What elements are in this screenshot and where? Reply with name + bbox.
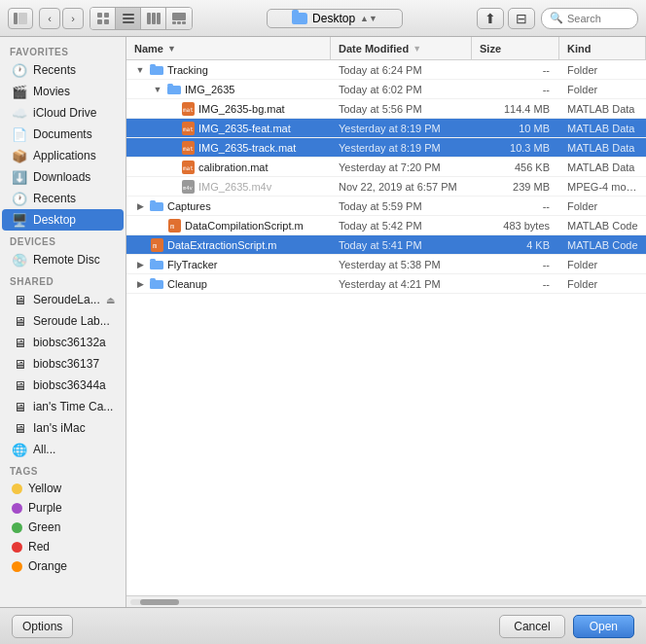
table-row[interactable]: ▶matIMG_2635-track.matYesterday at 8:19 … [126, 138, 646, 158]
all-icon: 🌐 [12, 442, 27, 457]
table-row[interactable]: ▶matIMG_2635-bg.matToday at 5:56 PM114.4… [126, 99, 646, 119]
date-column-header[interactable]: Date Modified ▼ [331, 37, 472, 59]
svg-rect-11 [157, 13, 161, 24]
disclosure-triangle-icon[interactable]: ▼ [134, 64, 146, 76]
sidebar-item-orange[interactable]: Orange [2, 556, 124, 576]
horizontal-scrollbar[interactable] [126, 595, 646, 607]
sidebar-item-biobsc36132a[interactable]: 🖥 biobsc36132a [2, 332, 124, 353]
gallery-view-button[interactable] [166, 8, 192, 29]
back-button[interactable]: ‹ [39, 8, 60, 29]
disclosure-triangle-icon[interactable]: ▼ [152, 84, 163, 95]
disclosure-triangle-icon[interactable]: ▶ [134, 259, 146, 270]
file-name-label: calibration.mat [198, 161, 269, 173]
file-kind-cell: MATLAB Data [559, 103, 646, 115]
orange-tag-dot [12, 561, 22, 572]
file-size-cell: -- [472, 84, 559, 95]
file-kind-cell: Folder [559, 64, 646, 76]
file-name-cell: ▶mDataExtractionScript.m [126, 238, 331, 252]
table-row[interactable]: ▶m4vIMG_2635.m4vNov 22, 2019 at 6:57 PM2… [126, 177, 646, 197]
sidebar-item-all[interactable]: 🌐 All... [2, 439, 124, 460]
sidebar-item-icloud[interactable]: ☁️ iCloud Drive [2, 102, 124, 124]
file-date-cell: Today at 5:56 PM [331, 103, 472, 115]
column-view-button[interactable] [141, 8, 166, 29]
sidebar-toggle-button[interactable] [8, 8, 33, 29]
sidebar-item-green[interactable]: Green [2, 518, 124, 537]
file-date-cell: Today at 5:41 PM [331, 239, 472, 251]
sidebar-item-label: Green [28, 520, 60, 534]
svg-rect-13 [172, 21, 176, 24]
search-input[interactable] [567, 13, 635, 24]
sidebar-item-downloads[interactable]: ⬇️ Downloads [2, 166, 124, 188]
sidebar-item-ians-imac[interactable]: 🖥 Ian's iMac [2, 417, 124, 439]
file-name-cell: ▶mDataCompilationScript.m [126, 219, 331, 233]
sidebar-item-desktop[interactable]: 🖥️ Desktop [2, 209, 124, 231]
list-view-button[interactable] [116, 8, 141, 29]
sidebar-item-ians-time[interactable]: 🖥 ian's Time Ca... [2, 396, 124, 417]
file-date-cell: Yesterday at 7:20 PM [331, 161, 472, 173]
devices-section-label: Devices [0, 231, 126, 249]
file-type-icon: mat [181, 141, 195, 155]
sidebar-item-remote-disc[interactable]: 💿 Remote Disc [2, 249, 124, 270]
svg-rect-38 [150, 280, 163, 289]
file-date-cell: Today at 6:24 PM [331, 64, 472, 76]
table-row[interactable]: ▶matcalibration.matYesterday at 7:20 PM4… [126, 158, 646, 177]
file-size-cell: -- [472, 278, 559, 290]
toolbar: ‹ › [0, 0, 646, 37]
table-row[interactable]: ▶CapturesToday at 5:59 PM--Folder [126, 197, 646, 216]
sidebar-item-recents[interactable]: 🕐 Recents [2, 59, 124, 81]
sidebar-item-biobsc36137[interactable]: 🖥 biobsc36137 [2, 353, 124, 375]
table-row[interactable]: ▼IMG_2635Today at 6:02 PM--Folder [126, 80, 646, 99]
table-row[interactable]: ▶mDataCompilationScript.mToday at 5:42 P… [126, 216, 646, 235]
cancel-button[interactable]: Cancel [499, 615, 564, 638]
sidebar-item-label: SeroudeLa... [33, 293, 100, 306]
open-button[interactable]: Open [573, 615, 634, 638]
svg-rect-17 [150, 64, 156, 67]
sidebar-item-seroude-la[interactable]: 🖥 SeroudeLa... ⏏ [2, 289, 124, 310]
sidebar-item-label: Desktop [33, 213, 76, 227]
file-kind-cell: MATLAB Data [559, 161, 646, 173]
search-box[interactable]: 🔍 [541, 8, 638, 29]
icon-view-button[interactable] [90, 8, 116, 29]
file-type-icon [150, 277, 163, 291]
sidebar-item-red[interactable]: Red [2, 537, 124, 556]
sidebar-item-applications[interactable]: 📦 Applications [2, 145, 124, 166]
sidebar-item-yellow[interactable]: Yellow [2, 479, 124, 498]
name-column-header[interactable]: Name ▼ [126, 37, 331, 59]
sidebar-item-biobsc36344a[interactable]: 🖥 biobsc36344a [2, 375, 124, 396]
table-row[interactable]: ▶mDataExtractionScript.mToday at 5:41 PM… [126, 235, 646, 255]
edit-button[interactable]: ⊟ [508, 8, 535, 29]
disclosure-triangle-icon[interactable]: ▶ [134, 278, 146, 290]
table-row[interactable]: ▶CleanupYesterday at 4:21 PM--Folder [126, 274, 646, 294]
svg-rect-37 [150, 259, 156, 262]
svg-text:mat: mat [183, 125, 194, 132]
sidebar-item-movies[interactable]: 🎬 Movies [2, 81, 124, 102]
size-column-header[interactable]: Size [472, 37, 559, 59]
svg-rect-0 [14, 13, 18, 24]
svg-rect-3 [104, 13, 109, 18]
sidebar-item-label: Movies [33, 85, 70, 98]
file-name-cell: ▶Cleanup [126, 277, 331, 291]
sidebar-item-seroude-lab[interactable]: 🖥 Seroude Lab... [2, 310, 124, 332]
sidebar-item-purple[interactable]: Purple [2, 498, 124, 518]
file-kind-cell: MPEG-4 movie [559, 181, 646, 193]
table-row[interactable]: ▶FlyTrackerYesterday at 5:38 PM--Folder [126, 255, 646, 274]
share-button[interactable]: ⬆ [477, 8, 504, 29]
disclosure-triangle-icon[interactable]: ▶ [134, 200, 146, 212]
svg-rect-19 [167, 84, 173, 87]
table-row[interactable]: ▼TrackingToday at 6:24 PM--Folder [126, 60, 646, 80]
svg-rect-9 [147, 13, 151, 24]
location-dropdown[interactable]: Desktop ▲▼ [267, 9, 403, 28]
file-type-icon: mat [181, 122, 195, 135]
file-list: ▼TrackingToday at 6:24 PM--Folder▼IMG_26… [126, 60, 646, 595]
forward-button[interactable]: › [62, 8, 84, 29]
sidebar-item-recents2[interactable]: 🕐 Recents [2, 188, 124, 209]
options-button[interactable]: Options [12, 615, 73, 638]
file-name-label: Tracking [167, 64, 208, 76]
svg-rect-2 [97, 13, 102, 18]
downloads-icon: ⬇️ [12, 169, 27, 185]
kind-column-header[interactable]: Kind [559, 37, 646, 59]
file-date-cell: Today at 5:59 PM [331, 200, 472, 212]
sidebar-item-documents[interactable]: 📄 Documents [2, 124, 124, 145]
red-tag-dot [12, 542, 22, 553]
table-row[interactable]: ▶matIMG_2635-feat.matYesterday at 8:19 P… [126, 119, 646, 138]
